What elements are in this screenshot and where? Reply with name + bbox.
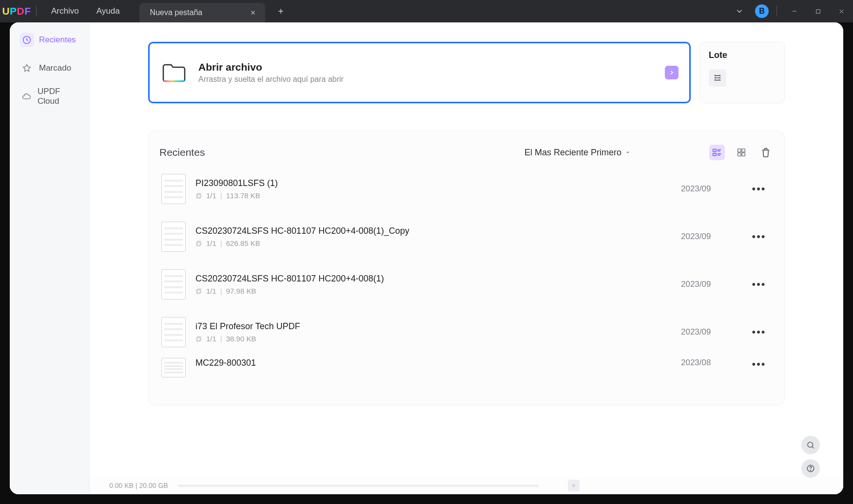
file-name: MC229-800301 [195,358,681,368]
file-thumbnail [161,222,186,252]
view-list-button[interactable] [709,145,725,160]
batch-icon [709,69,726,87]
view-grid-button[interactable] [734,145,749,160]
sidebar-item-recientes[interactable]: Recientes [14,29,85,51]
divider [36,6,37,17]
more-button[interactable]: ••• [744,183,774,195]
sidebar-item-marcado[interactable]: Marcado [14,57,85,79]
file-name: PI23090801LSFS (1) [195,178,681,188]
minimize-button[interactable] [783,0,806,22]
storage-meter [178,485,539,487]
cloud-icon [19,89,33,104]
delete-button[interactable] [758,145,774,160]
pages-icon [195,288,202,295]
logo-letter: P [10,5,17,17]
file-date: 2023/09 [681,184,744,194]
content-area: Recientes Marcado UPDF Cloud [10,22,843,494]
sidebar-item-label: UPDF Cloud [38,87,79,106]
open-file-subtitle: Arrastra y suelta el archivo aquí para a… [198,75,344,84]
table-row[interactable]: CS20230724LSFS HC-801107 HC200+4-008(1) … [159,261,774,308]
logo-letter: D [17,5,25,17]
open-file-dropzone[interactable]: Abrir archivo Arrastra y suelta el archi… [148,42,691,103]
menu-archivo[interactable]: Archivo [42,0,88,22]
sidebar-item-label: Recientes [39,35,76,45]
file-pages: 1/1 [206,335,216,343]
main-area: Abrir archivo Arrastra y suelta el archi… [90,22,843,494]
tab-title: Nueva pestaña [150,8,248,17]
sort-dropdown[interactable]: El Mas Reciente Primero [524,148,631,158]
tab-current[interactable]: Nueva pestaña [139,3,265,22]
close-icon[interactable] [248,7,258,18]
search-button[interactable] [801,436,820,454]
more-button[interactable]: ••• [744,230,774,243]
new-tab-button[interactable] [274,4,288,18]
pages-icon [195,240,202,247]
svg-rect-8 [742,153,745,156]
logo-letter: F [24,5,31,17]
more-button[interactable]: ••• [744,326,774,338]
help-button[interactable] [801,459,820,478]
divider [776,6,777,17]
file-size: 38.90 KB [226,335,256,343]
titlebar: UPDF Archivo Ayuda Nueva pestaña B [0,0,853,22]
file-date: 2023/09 [681,280,744,289]
file-pages: 1/1 [206,287,216,295]
batch-title: Lote [709,50,775,60]
file-thumbnail [161,174,186,204]
file-pages: 1/1 [206,239,216,247]
svg-rect-3 [713,149,716,152]
maximize-button[interactable] [806,0,830,22]
file-rows: PI23090801LSFS (1) 1/1 | 113.78 KB 2023/… [159,165,774,385]
svg-rect-2 [163,80,185,82]
chevron-down-icon[interactable] [729,0,750,22]
storage-total: 20.00 GB [139,482,168,489]
avatar[interactable]: B [755,4,769,18]
logo-letter: U [2,5,10,17]
file-name: i73 El Profesor Tech UPDF [195,321,681,332]
pages-icon [195,336,202,342]
svg-rect-6 [742,149,745,152]
more-button[interactable]: ••• [744,358,774,371]
svg-rect-5 [738,149,741,152]
file-size: 626.85 KB [226,239,260,247]
menu-ayuda[interactable]: Ayuda [88,0,129,22]
recents-title: Recientes [159,147,205,158]
file-date: 2023/09 [681,232,744,242]
file-date: 2023/08 [681,358,744,368]
add-storage-button[interactable] [568,480,580,491]
svg-rect-7 [738,153,741,156]
folder-icon [160,62,188,83]
file-name: CS20230724LSFS HC-801107 HC200+4-008(1) [195,274,681,284]
clock-icon [19,33,34,47]
batch-panel[interactable]: Lote [699,42,785,103]
recents-panel: Recientes El Mas Reciente Primero [148,131,785,406]
file-thumbnail [161,358,186,377]
file-date: 2023/09 [681,327,744,337]
svg-point-17 [808,442,813,448]
table-row[interactable]: i73 El Profesor Tech UPDF 1/1 | 38.90 KB… [159,308,774,356]
table-row[interactable]: PI23090801LSFS (1) 1/1 | 113.78 KB 2023/… [159,165,774,213]
sidebar: Recientes Marcado UPDF Cloud [10,22,90,494]
pages-icon [195,192,202,199]
sidebar-item-label: Marcado [39,63,71,73]
more-button[interactable]: ••• [744,278,774,291]
file-size: 113.78 KB [226,191,260,200]
file-size: 97.98 KB [226,287,256,295]
open-file-arrow-button[interactable] [665,66,679,79]
table-row[interactable]: CS20230724LSFS HC-801107 HC200+4-008(1)_… [159,213,774,261]
app-logo: UPDF [0,0,33,22]
svg-rect-0 [816,9,820,13]
file-name: CS20230724LSFS HC-801107 HC200+4-008(1)_… [195,226,681,236]
close-window-button[interactable] [830,0,853,22]
sidebar-item-cloud[interactable]: UPDF Cloud [14,86,85,107]
file-thumbnail [161,269,186,299]
table-row[interactable]: MC229-800301 2023/08 ••• [159,356,774,385]
file-thumbnail [161,317,186,347]
storage-bar: 0.00 KB | 20.00 GB [90,477,843,494]
file-pages: 1/1 [206,191,216,200]
sort-label: El Mas Reciente Primero [524,148,621,158]
svg-rect-4 [713,153,716,156]
star-icon [19,61,34,75]
svg-point-19 [810,470,811,470]
open-file-title: Abrir archivo [198,61,344,73]
